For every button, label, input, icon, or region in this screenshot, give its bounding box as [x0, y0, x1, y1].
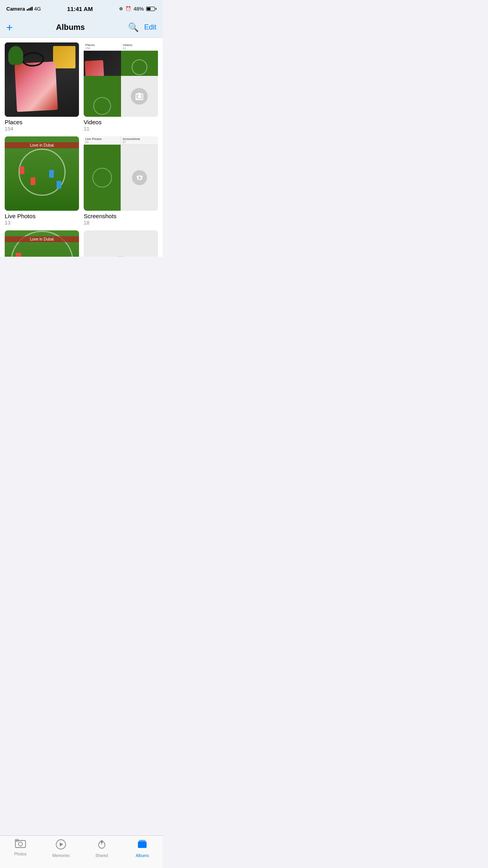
main-scroll-area: Places 154 Places 154 Videos [0, 38, 163, 257]
screenshots-label: Screenshots 18 [84, 213, 158, 226]
status-time: 11:41 AM [67, 6, 93, 12]
screenshots-thumbnail: Live Photos 13 Screenshots 17 [84, 136, 158, 211]
album-item-animated[interactable]: Love in Dubai Animated 2 [5, 230, 79, 257]
live-photos-label: Live Photos 13 [5, 213, 79, 226]
videos-label: Videos 11 [84, 119, 158, 132]
places-label: Places 154 [5, 119, 79, 132]
album-item-places[interactable]: Places 154 [5, 42, 79, 132]
animated-thumbnail: Love in Dubai [5, 230, 79, 257]
alarm-icon: ⏰ [125, 6, 131, 11]
battery-indicator [146, 7, 156, 11]
live-photos-thumbnail: Love in Dubai [5, 136, 79, 211]
nav-actions: 🔍 Edit [128, 22, 156, 33]
carrier-label: Camera [6, 6, 25, 12]
edit-button[interactable]: Edit [144, 23, 156, 31]
videos-thumbnail: Places 154 Videos 11 [84, 42, 158, 117]
location-icon: ⊕ [119, 6, 123, 11]
recently-deleted-thumbnail [84, 230, 158, 257]
album-item-recently-deleted[interactable]: Recently Deleted 64 [84, 230, 158, 257]
album-item-live-photos[interactable]: Love in Dubai Live Photos 13 [5, 136, 79, 226]
album-item-screenshots[interactable]: Live Photos 13 Screenshots 17 [84, 136, 158, 226]
status-bar: Camera 4G 11:41 AM ⊕ ⏰ 48% [0, 0, 163, 17]
battery-percent: 48% [134, 6, 144, 12]
network-type: 4G [34, 6, 41, 12]
album-grid: Places 154 Places 154 Videos [5, 42, 158, 257]
signal-bars [27, 7, 33, 11]
status-right: ⊕ ⏰ 48% [119, 6, 156, 12]
trash-circle [102, 256, 139, 257]
places-thumbnail [5, 42, 79, 117]
page-title: Albums [56, 23, 84, 32]
add-album-button[interactable]: + [6, 22, 13, 33]
nav-bar: + Albums 🔍 Edit [0, 17, 163, 38]
search-button[interactable]: 🔍 [128, 22, 139, 33]
album-item-videos[interactable]: Places 154 Videos 11 [84, 42, 158, 132]
status-left: Camera 4G [6, 6, 41, 12]
